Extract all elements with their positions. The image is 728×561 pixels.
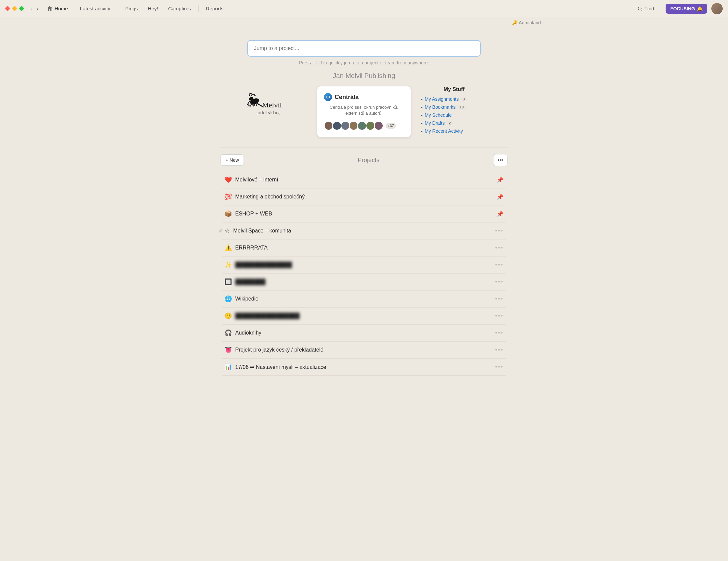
- nav-reports[interactable]: Reports: [202, 4, 228, 13]
- project-item[interactable]: 🎧 Audioknihy •••: [221, 325, 507, 342]
- project-emoji: ❤️: [225, 176, 232, 183]
- my-recent-activity-link[interactable]: My Recent Activity: [425, 128, 463, 134]
- project-item[interactable]: 📦 ESHOP + WEB 📌: [221, 205, 507, 222]
- nav-separator-2: [198, 5, 199, 12]
- project-emoji: 👅: [225, 346, 232, 354]
- project-item[interactable]: 👅 Projekt pro jazyk český / překladatelé…: [221, 342, 507, 359]
- project-options-icon[interactable]: •••: [495, 227, 503, 234]
- home-nav[interactable]: Home: [47, 6, 68, 12]
- project-list: ❤️ Melvilové – interní 📌 💯 Marketing a o…: [221, 171, 507, 376]
- drafts-badge: 2: [447, 121, 453, 125]
- adminland-bar: 🔑 Adminland: [180, 17, 548, 25]
- titlebar: ‹ › Home Latest activity Pings Hey! Camp…: [0, 0, 728, 17]
- bullet-icon: ●: [421, 113, 423, 117]
- nav-pings[interactable]: Pings: [121, 4, 142, 13]
- project-item[interactable]: 💯 Marketing a obchod společný 📌: [221, 188, 507, 205]
- project-emoji: ☆: [225, 227, 230, 234]
- project-item[interactable]: ❤️ Melvilové – interní 📌: [221, 171, 507, 188]
- search-hint: Press ⌘+J to quickly jump to a project o…: [299, 60, 429, 65]
- project-options-icon[interactable]: •••: [495, 364, 503, 371]
- member-avatar-4: [349, 121, 358, 130]
- find-button[interactable]: Find...: [634, 4, 662, 13]
- project-emoji: 📊: [225, 363, 232, 371]
- nav-latest-activity[interactable]: Latest activity: [76, 4, 114, 13]
- project-item[interactable]: 📊 17/06 ➡ Nastavení mysli – aktualizace …: [221, 359, 507, 376]
- my-stuff: My Stuff ● My Assignments 3 ● My Bookmar…: [421, 86, 487, 136]
- my-stuff-list: ● My Assignments 3 ● My Bookmarks 10 ● M…: [421, 96, 487, 134]
- my-assignments-link[interactable]: My Assignments: [425, 96, 459, 102]
- project-options-icon[interactable]: •••: [495, 330, 503, 337]
- adminland-link[interactable]: 🔑 Adminland: [512, 20, 541, 25]
- close-button[interactable]: [5, 6, 10, 11]
- user-avatar[interactable]: [711, 3, 723, 14]
- my-stuff-bookmarks: ● My Bookmarks 10: [421, 104, 487, 110]
- bell-icon: 🔔: [697, 6, 703, 11]
- member-avatar-5: [357, 121, 367, 130]
- company-logo-svg: Jan Melvil publishing: [244, 88, 304, 128]
- card-area: Jan Melvil publishing: [221, 86, 507, 137]
- my-bookmarks-link[interactable]: My Bookmarks: [425, 104, 456, 110]
- project-name: Audioknihy: [235, 330, 492, 336]
- more-options-button[interactable]: •••: [493, 154, 507, 166]
- my-stuff-assignments: ● My Assignments 3: [421, 96, 487, 102]
- project-name: Melvilové – interní: [235, 177, 494, 183]
- bookmarks-badge: 10: [458, 105, 466, 109]
- project-emoji: 📦: [225, 210, 232, 217]
- project-name: ███████████████: [235, 262, 492, 268]
- projects-header: + New Projects •••: [221, 147, 507, 166]
- new-project-button[interactable]: + New: [221, 154, 244, 166]
- member-avatar-2: [332, 121, 342, 130]
- project-emoji: 💯: [225, 193, 232, 200]
- my-schedule-link[interactable]: My Schedule: [425, 112, 452, 118]
- nav-campfires[interactable]: Campfires: [164, 4, 195, 13]
- minimize-button[interactable]: [12, 6, 17, 11]
- my-stuff-recent: ● My Recent Activity: [421, 128, 487, 134]
- project-emoji: 🔲: [225, 278, 232, 286]
- svg-point-0: [638, 7, 641, 10]
- project-item[interactable]: ⚠️ ERRRRRATA •••: [221, 239, 507, 256]
- my-stuff-schedule: ● My Schedule: [421, 112, 487, 118]
- bullet-icon: ●: [421, 97, 423, 101]
- bullet-icon: ●: [421, 105, 423, 109]
- project-options-icon[interactable]: •••: [495, 296, 503, 303]
- project-name: ESHOP + WEB: [235, 211, 494, 217]
- member-avatar-6: [366, 121, 375, 130]
- nav-hey[interactable]: Hey!: [144, 4, 162, 13]
- pin-icon: 📌: [497, 211, 503, 217]
- project-item[interactable]: # ☆ Melvil Space – komunita •••: [221, 222, 507, 239]
- my-drafts-link[interactable]: My Drafts: [425, 120, 445, 126]
- project-options-icon[interactable]: •••: [495, 261, 503, 268]
- project-item[interactable]: 🌐 Wikipedie •••: [221, 291, 507, 308]
- bullet-icon: ●: [421, 121, 423, 125]
- search-icon: [638, 6, 642, 11]
- project-item[interactable]: 🙂 █████████████████ •••: [221, 308, 507, 325]
- maximize-button[interactable]: [19, 6, 24, 11]
- assignments-badge: 3: [461, 97, 467, 101]
- home-icon: [47, 6, 53, 12]
- avatar-count: +37: [386, 123, 396, 129]
- svg-point-12: [249, 93, 252, 96]
- project-search-input[interactable]: [247, 40, 481, 57]
- project-options-icon[interactable]: •••: [495, 313, 503, 320]
- search-container: Press ⌘+J to quickly jump to a project o…: [247, 40, 481, 65]
- project-options-icon[interactable]: •••: [495, 244, 503, 251]
- project-emoji: 🎧: [225, 329, 232, 337]
- project-options-icon[interactable]: •••: [495, 278, 503, 286]
- project-options-icon[interactable]: •••: [495, 347, 503, 354]
- project-name: ████████: [235, 279, 492, 285]
- company-section: Jan Melvil Publishing Jan Melvil publish…: [221, 72, 507, 137]
- back-button[interactable]: ‹: [29, 5, 33, 12]
- find-label: Find...: [644, 6, 658, 11]
- member-avatar-1: [324, 121, 333, 130]
- centrala-card[interactable]: ⚙ Centrála Centrála pro širší okruh prac…: [317, 86, 411, 137]
- project-name: Wikipedie: [235, 296, 492, 302]
- nav-right: Find... FOCUSING 🔔: [634, 3, 723, 14]
- focusing-button[interactable]: FOCUSING 🔔: [666, 4, 707, 14]
- project-item[interactable]: ✨ ███████████████ •••: [221, 256, 507, 273]
- project-item[interactable]: 🔲 ████████ •••: [221, 273, 507, 291]
- forward-button[interactable]: ›: [35, 5, 40, 12]
- nav-links: Latest activity Pings Hey! Campfires Rep…: [76, 4, 635, 13]
- traffic-lights: [5, 6, 24, 11]
- project-name: Marketing a obchod společný: [235, 194, 494, 200]
- project-emoji: ✨: [225, 261, 232, 268]
